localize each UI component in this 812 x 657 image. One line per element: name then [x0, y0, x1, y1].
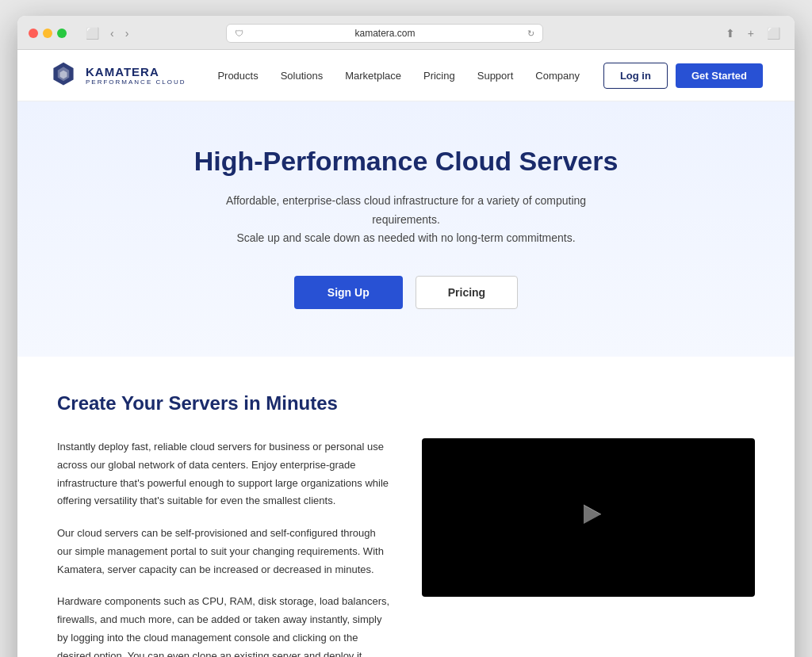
security-icon: 🛡: [235, 29, 243, 38]
traffic-lights: [29, 29, 67, 38]
pricing-button[interactable]: Pricing: [416, 276, 518, 309]
nav-support[interactable]: Support: [477, 70, 514, 82]
login-button[interactable]: Log in: [603, 63, 668, 89]
refresh-icon[interactable]: ↻: [527, 29, 534, 39]
sidebar-toggle-button[interactable]: ⬜: [82, 25, 102, 41]
address-bar[interactable]: 🛡 kamatera.com ↻: [226, 24, 543, 43]
minimize-button[interactable]: [43, 29, 52, 38]
nav-marketplace[interactable]: Marketplace: [345, 70, 401, 82]
browser-controls: ⬜ ‹ ›: [82, 25, 132, 41]
hero-subtitle-line1: Affordable, enterprise-class cloud infra…: [226, 194, 586, 226]
page-content: KAMATERA PERFORMANCE CLOUD Products Solu…: [17, 50, 795, 657]
video-player[interactable]: [422, 438, 755, 597]
nav-buttons: Log in Get Started: [603, 63, 763, 89]
logo-sub: PERFORMANCE CLOUD: [86, 78, 186, 86]
content-paragraph-2: Our cloud servers can be self-provisione…: [57, 525, 390, 579]
maximize-button[interactable]: [57, 29, 67, 38]
nav-pricing[interactable]: Pricing: [423, 70, 455, 82]
svg-marker-3: [584, 505, 601, 524]
logo-name: KAMATERA: [86, 65, 186, 78]
nav-products[interactable]: Products: [217, 70, 258, 82]
logo-icon: [49, 61, 78, 90]
hero-section: High-Performance Cloud Servers Affordabl…: [17, 101, 795, 357]
hero-subtitle: Affordable, enterprise-class cloud infra…: [200, 192, 612, 248]
content-text: Instantly deploy fast, reliable cloud se…: [57, 438, 390, 657]
hero-subtitle-line2: Scale up and scale down as needed with n…: [236, 231, 575, 244]
hero-title: High-Performance Cloud Servers: [49, 145, 763, 178]
nav-company[interactable]: Company: [535, 70, 580, 82]
nav-solutions[interactable]: Solutions: [281, 70, 323, 82]
get-started-button[interactable]: Get Started: [676, 63, 763, 88]
logo-area[interactable]: KAMATERA PERFORMANCE CLOUD: [49, 61, 186, 90]
content-paragraph-1: Instantly deploy fast, reliable cloud se…: [57, 438, 390, 510]
content-paragraph-3: Hardware components such as CPU, RAM, di…: [57, 593, 390, 657]
nav-links: Products Solutions Marketplace Pricing S…: [217, 70, 580, 82]
url-text: kamatera.com: [248, 28, 523, 39]
content-section: Create Your Servers in Minutes Instantly…: [17, 357, 795, 657]
new-tab-button[interactable]: +: [745, 25, 757, 41]
hero-buttons: Sign Up Pricing: [49, 276, 763, 309]
content-section-title: Create Your Servers in Minutes: [57, 392, 755, 414]
browser-titlebar: ⬜ ‹ › 🛡 kamatera.com ↻ ⬆ + ⬜: [17, 16, 795, 50]
signup-button[interactable]: Sign Up: [294, 276, 403, 309]
content-grid: Instantly deploy fast, reliable cloud se…: [57, 438, 755, 657]
logo-text: KAMATERA PERFORMANCE CLOUD: [86, 65, 186, 86]
browser-actions: ⬆ + ⬜: [722, 25, 783, 41]
forward-button[interactable]: ›: [122, 25, 132, 41]
browser-window: ⬜ ‹ › 🛡 kamatera.com ↻ ⬆ + ⬜: [17, 16, 795, 657]
navbar: KAMATERA PERFORMANCE CLOUD Products Solu…: [17, 50, 795, 101]
play-icon: [571, 497, 606, 539]
close-button[interactable]: [29, 29, 38, 38]
back-button[interactable]: ‹: [107, 25, 117, 41]
share-button[interactable]: ⬆: [722, 25, 738, 41]
tabs-button[interactable]: ⬜: [764, 25, 783, 41]
